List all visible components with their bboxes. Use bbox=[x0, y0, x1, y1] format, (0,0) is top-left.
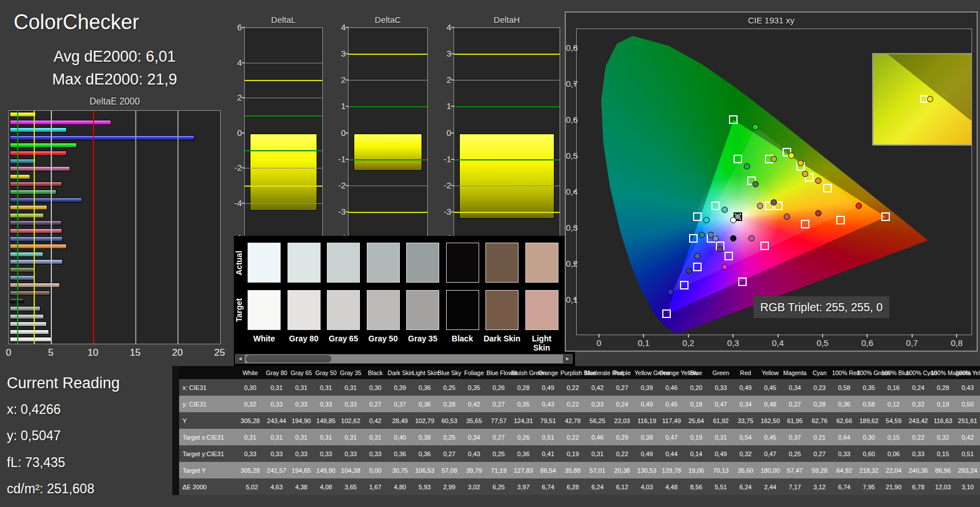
deltae-bar bbox=[10, 275, 35, 280]
table-cell: 0,49 bbox=[536, 379, 560, 396]
scrollbar-thumb[interactable] bbox=[246, 355, 331, 363]
table-cell: 8,56 bbox=[684, 478, 708, 495]
tick-mark bbox=[822, 334, 823, 337]
deltaC-y-tick: -2 bbox=[331, 180, 346, 190]
deltae-reference-line bbox=[135, 111, 136, 344]
column-header: Orange bbox=[536, 366, 560, 379]
deltae-bar bbox=[10, 213, 44, 218]
target-swatch-gray-50 bbox=[367, 290, 400, 330]
table-cell: 0,22 bbox=[906, 429, 930, 445]
table-cell: 0,49 bbox=[733, 379, 758, 396]
table-cell: 0,54 bbox=[733, 429, 758, 445]
cie-target-square bbox=[680, 281, 689, 289]
table-cell: 7,95 bbox=[857, 478, 881, 495]
cie-measured-dot bbox=[797, 160, 804, 166]
scroll-left-icon[interactable]: ◄ bbox=[236, 355, 245, 363]
scroll-right-icon[interactable]: ► bbox=[563, 355, 572, 363]
deltae-bar bbox=[10, 159, 36, 164]
current-reading-title: Current Reading bbox=[7, 375, 120, 392]
grid-line bbox=[454, 80, 560, 81]
table-cell: 0,25 bbox=[487, 445, 511, 462]
table-cell: 127,83 bbox=[511, 462, 536, 478]
table-cell: 149,90 bbox=[314, 462, 338, 478]
actual-swatch-gray-80 bbox=[287, 243, 321, 283]
table-cell: 0,27 bbox=[610, 379, 634, 396]
column-header: Yellow bbox=[758, 366, 783, 379]
deltaC-y-tick: 4 bbox=[331, 22, 346, 32]
deltae-bar bbox=[10, 205, 47, 210]
cie-measured-dot bbox=[856, 203, 862, 209]
table-cell: 0,36 bbox=[412, 445, 437, 462]
row-label: y: CIE31 bbox=[176, 396, 240, 412]
table-cell: 0,48 bbox=[758, 396, 783, 412]
column-header: 100% Green bbox=[857, 366, 881, 379]
table-cell: 6,24 bbox=[585, 478, 610, 495]
table-cell: 0,45 bbox=[659, 396, 684, 412]
deltaH-chart-title: DeltaH bbox=[453, 15, 560, 25]
deltaC-chart: DeltaC 43210-1-2-3-4 bbox=[331, 15, 430, 251]
table-cell: 0,21 bbox=[807, 429, 832, 445]
table-cell: 5,51 bbox=[708, 478, 733, 495]
deltaL-y-tick: 0 bbox=[227, 128, 242, 138]
target-swatch-dark-skin bbox=[485, 290, 519, 330]
table-cell: 0,38 bbox=[412, 429, 437, 445]
grid-line bbox=[349, 80, 427, 81]
table-cell: 0,34 bbox=[461, 429, 486, 445]
table-cell: 0,31 bbox=[264, 429, 289, 445]
table-cell: 6,28 bbox=[560, 478, 585, 495]
table-cell: 57,01 bbox=[585, 462, 610, 478]
deltaC-y-tick: 1 bbox=[331, 101, 346, 111]
measurement-table-grid: WhiteGray 80Gray 65Gray 50Gray 35BlackDa… bbox=[172, 366, 980, 495]
table-cell: 0,00 bbox=[363, 462, 387, 478]
table-cell: 0,42 bbox=[585, 379, 610, 396]
table-cell: 129,78 bbox=[659, 462, 684, 478]
table-cell: 0,36 bbox=[388, 445, 412, 462]
deltae-bar bbox=[10, 267, 35, 272]
target-swatch-gray-35 bbox=[406, 290, 439, 330]
deltae-x-tick: 15 bbox=[127, 347, 144, 359]
deltaL-y-tick: -2 bbox=[227, 163, 242, 172]
cie-measured-dot bbox=[717, 246, 723, 252]
cie-measured-dot bbox=[730, 235, 736, 242]
table-cell: 102,79 bbox=[412, 412, 437, 429]
table-cell: 0,58 bbox=[857, 396, 881, 412]
table-cell: 0,45 bbox=[758, 429, 783, 445]
cie-measured-dot bbox=[748, 235, 755, 242]
table-cell: 6,74 bbox=[832, 478, 856, 495]
cie-measured-dot bbox=[699, 232, 705, 238]
table-cell: 0,26 bbox=[487, 379, 511, 396]
table-cell: 0,34 bbox=[733, 396, 758, 412]
table-cell: 28,49 bbox=[388, 412, 412, 429]
deltae-bar bbox=[10, 321, 47, 327]
table-cell: 194,90 bbox=[289, 412, 314, 429]
deltae-bar bbox=[10, 166, 70, 171]
target-limit-line bbox=[349, 106, 427, 107]
target-swatch-white bbox=[248, 290, 281, 330]
table-cell: 0,33 bbox=[832, 445, 856, 462]
swatch-scrollbar[interactable]: ◄ ► bbox=[235, 354, 573, 364]
table-cell: 0,27 bbox=[487, 429, 511, 445]
table-cell: 241,57 bbox=[264, 462, 289, 478]
table-cell: 0,31 bbox=[585, 445, 610, 462]
table-cell: 0,36 bbox=[511, 445, 536, 462]
table-cell: 189,62 bbox=[857, 412, 881, 429]
table-cell: 0,25 bbox=[437, 379, 461, 396]
table-cell: 243,42 bbox=[906, 412, 930, 429]
table-cell: 0,23 bbox=[807, 379, 832, 396]
row-label: ΔE 2000 bbox=[176, 478, 240, 495]
table-cell: 0,31 bbox=[240, 429, 264, 445]
deltaH-y-tick: -3 bbox=[436, 207, 451, 216]
deltae-x-tick: 20 bbox=[169, 347, 186, 359]
column-header: Red bbox=[733, 366, 758, 379]
table-cell: 3,12 bbox=[807, 478, 832, 495]
table-cell: 104,38 bbox=[338, 462, 363, 478]
table-cell: 0,28 bbox=[807, 396, 832, 412]
column-header: Yellow Green bbox=[634, 366, 659, 379]
grid-line bbox=[349, 186, 427, 186]
table-cell: 0,35 bbox=[511, 396, 536, 412]
table-cell: 0,33 bbox=[585, 396, 610, 412]
grid-line bbox=[245, 98, 322, 98]
table-cell: 0,35 bbox=[857, 379, 881, 396]
column-header: Gray 35 bbox=[338, 366, 363, 379]
table-cell: 0,22 bbox=[560, 429, 585, 445]
